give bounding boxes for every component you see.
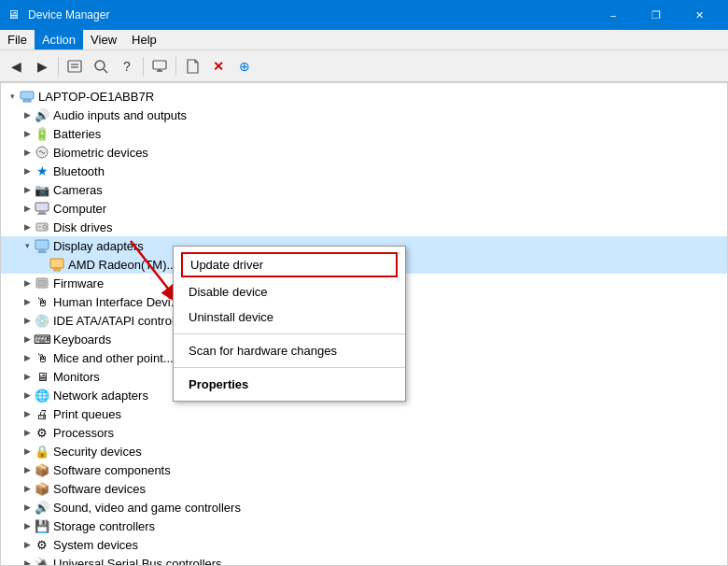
icon-mice: 🖱 [35,350,49,365]
toggle-root[interactable]: ▾ [5,89,20,104]
tree-item-storage[interactable]: ▶ 💾 Storage controllers [1,516,727,535]
toolbar-doc[interactable] [180,54,204,78]
menu-action[interactable]: Action [35,30,83,50]
icon-amd [49,257,64,272]
toolbar-add[interactable]: ⊕ [232,54,257,78]
toggle-storage[interactable]: ▶ [20,518,35,533]
toolbar-remove[interactable]: ✕ [206,54,231,78]
toolbar-sep-3 [175,57,176,76]
toggle-network[interactable]: ▶ [20,388,35,403]
toggle-sound[interactable]: ▶ [20,500,35,515]
label-audio: Audio inputs and outputs [53,108,187,122]
tree-item-softwaredev[interactable]: ▶ 📦 Software devices [1,479,727,498]
tree-item-usb[interactable]: ▶ 🔌 Universal Serial Bus controllers [1,554,727,566]
toggle-biometric[interactable]: ▶ [20,145,35,160]
tree-item-diskdrives[interactable]: ▶ Disk drives [1,218,727,236]
tree-item-processors[interactable]: ▶ ⚙ Processors [1,423,727,442]
toggle-firmware[interactable]: ▶ [20,276,35,290]
label-root: LAPTOP-OE1ABB7R [38,90,154,104]
toggle-processors[interactable]: ▶ [20,425,35,440]
close-button[interactable]: ✕ [678,0,721,30]
icon-sound: 🔊 [35,500,49,515]
toggle-printqueues[interactable]: ▶ [20,406,35,421]
toggle-monitors[interactable]: ▶ [20,369,35,384]
tree-item-root[interactable]: ▾ LAPTOP-OE1ABB7R [1,87,727,106]
label-hid: Human Interface Devi... [53,295,181,309]
tree-item-security[interactable]: ▶ 🔒 Security devices [1,442,727,460]
tree-item-softwarecomp[interactable]: ▶ 📦 Software components [1,460,727,479]
tree-item-computer[interactable]: ▶ Computer [1,199,727,218]
toolbar-back[interactable]: ◀ [4,54,28,78]
label-biometric: Biometric devices [53,146,148,160]
icon-computer [35,201,49,216]
toggle-diskdrives[interactable]: ▶ [20,219,35,234]
icon-processors: ⚙ [35,425,49,440]
context-menu-sep-2 [174,367,405,368]
icon-hid: 🖱 [35,294,49,309]
toolbar-scan-icon[interactable] [89,54,113,78]
toggle-display[interactable]: ▾ [20,238,35,253]
menu-file[interactable]: File [0,30,35,50]
toolbar-properties-icon[interactable] [63,54,87,78]
minimize-button[interactable]: – [592,0,635,30]
tree-item-sound[interactable]: ▶ 🔊 Sound, video and game controllers [1,498,727,516]
toggle-security[interactable]: ▶ [20,444,35,459]
toggle-ide[interactable]: ▶ [20,313,35,328]
context-menu-scan[interactable]: Scan for hardware changes [174,338,405,363]
toggle-mice[interactable]: ▶ [20,350,35,365]
label-firmware: Firmware [53,276,104,290]
icon-root [20,89,35,104]
toggle-softwarecomp[interactable]: ▶ [20,462,35,477]
icon-usb: 🔌 [35,556,49,566]
toggle-system[interactable]: ▶ [20,537,35,552]
label-softwarecomp: Software components [53,463,171,477]
label-printqueues: Print queues [53,407,121,421]
toggle-hid[interactable]: ▶ [20,294,35,309]
icon-display [35,238,49,253]
toggle-softwaredev[interactable]: ▶ [20,481,35,496]
toggle-amd [35,257,49,272]
tree-item-bluetooth[interactable]: ▶ ★ Bluetooth [1,162,727,180]
icon-batteries: 🔋 [35,126,49,141]
svg-line-4 [104,69,107,73]
toggle-usb[interactable]: ▶ [20,556,35,566]
toggle-batteries[interactable]: ▶ [20,126,35,141]
icon-diskdrives [35,219,49,234]
svg-rect-9 [23,100,31,102]
title-bar: 🖥 Device Manager – ❐ ✕ [0,0,728,30]
scan-label: Scan for hardware changes [189,344,337,358]
toggle-computer[interactable]: ▶ [20,201,35,216]
label-bluetooth: Bluetooth [53,164,105,178]
icon-printqueues: 🖨 [35,406,49,421]
icon-monitors: 🖥 [35,369,49,384]
tree-item-biometric[interactable]: ▶ Biometric devices [1,143,727,162]
toolbar-forward[interactable]: ▶ [30,54,54,78]
properties-label: Properties [189,377,248,391]
uninstall-label: Uninstall device [189,310,273,324]
icon-biometric [35,145,49,160]
context-menu-properties[interactable]: Properties [174,372,405,397]
toggle-bluetooth[interactable]: ▶ [20,163,35,178]
tree-item-batteries[interactable]: ▶ 🔋 Batteries [1,124,727,143]
toggle-audio[interactable]: ▶ [20,107,35,122]
toolbar-help[interactable]: ? [115,54,139,78]
label-diskdrives: Disk drives [53,220,113,234]
icon-audio: 🔊 [35,107,49,122]
menu-help[interactable]: Help [124,30,164,50]
context-menu-uninstall[interactable]: Uninstall device [174,304,405,330]
toolbar-sep-2 [143,57,144,76]
menu-bar: File Action View Help [0,30,728,50]
context-menu-disable[interactable]: Disable device [174,279,405,304]
tree-item-cameras[interactable]: ▶ 📷 Cameras [1,180,727,199]
tree-item-system[interactable]: ▶ ⚙ System devices [1,535,727,554]
label-network: Network adapters [53,389,148,403]
tree-item-audio[interactable]: ▶ 🔊 Audio inputs and outputs [1,106,727,124]
context-menu-update-driver[interactable]: Update driver [181,252,398,277]
toggle-cameras[interactable]: ▶ [20,182,35,197]
tree-item-printqueues[interactable]: ▶ 🖨 Print queues [1,404,727,423]
toolbar-computer[interactable] [147,54,172,78]
restore-button[interactable]: ❐ [635,0,678,30]
window-controls: – ❐ ✕ [592,0,721,30]
menu-view[interactable]: View [83,30,124,50]
svg-rect-8 [21,92,34,99]
